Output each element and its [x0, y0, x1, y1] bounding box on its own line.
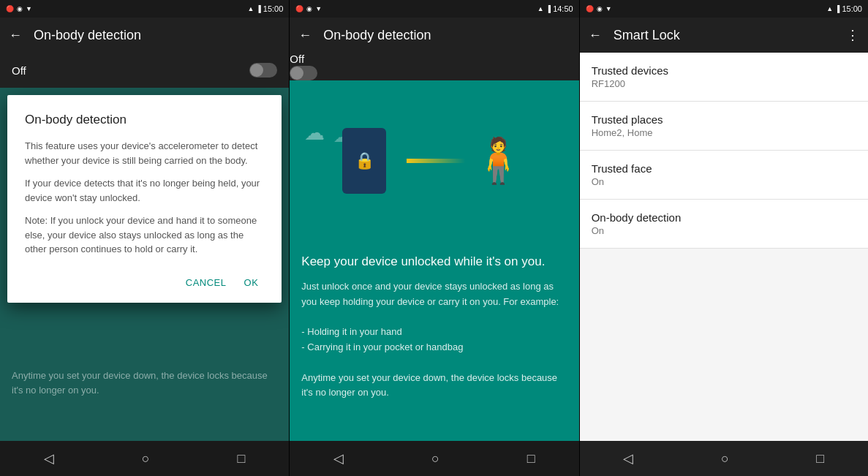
ok-button[interactable]: OK: [238, 271, 265, 294]
back-button-panel2[interactable]: ←: [298, 28, 312, 43]
off-toggle-row-panel1: Off: [0, 53, 289, 88]
toolbar-title-panel2: On-body detection: [323, 28, 570, 43]
alarm-icon-p3: ◉: [597, 5, 603, 12]
status-bar-right-panel2: ▲ ▐ 14:50: [537, 4, 573, 13]
wifi-icon-p2: ▼: [315, 5, 322, 12]
toggle-switch-panel1[interactable]: [249, 63, 277, 78]
home-nav-icon-panel2[interactable]: ○: [431, 451, 439, 466]
illus-phone: [342, 128, 386, 194]
content-area-panel2: ☁ ☁ 🧍 Keep your device unlocked while it…: [290, 80, 578, 441]
signal-icon: ▲: [247, 5, 254, 12]
back-nav-icon-panel1[interactable]: ◁: [44, 450, 54, 466]
status-bar-panel1: 🔴 ◉ ▼ ▲ ▐ 15:00: [0, 0, 289, 18]
dialog-paragraph-3: Note: If you unlock your device and hand…: [25, 214, 264, 257]
toolbar-title-panel3: Smart Lock: [614, 28, 834, 43]
list-item-sub-trusted-face: On: [592, 176, 856, 187]
status-bar-right-panel3: ▲ ▐ 15:00: [826, 4, 862, 13]
list-item-title-trusted-face: Trusted face: [592, 162, 856, 175]
back-button-panel3[interactable]: ←: [589, 28, 602, 43]
smart-lock-list: Trusted devices RF1200 Trusted places Ho…: [580, 53, 868, 441]
nav-bar-panel2: ◁ ○ □: [290, 441, 578, 476]
list-item-on-body-detection[interactable]: On-body detection On: [580, 200, 868, 249]
list-item-sub-trusted-places: Home2, Home: [592, 127, 856, 138]
illus-beam: [407, 159, 465, 163]
bluetooth-icon-p2: 🔴: [295, 5, 303, 12]
off-toggle-row-panel2: Off: [290, 53, 578, 80]
battery-icon-p3: ▐: [835, 5, 839, 12]
dialog-on-body-detection: On-body detection This feature uses your…: [7, 95, 282, 303]
nav-bar-panel1: ◁ ○ □: [0, 441, 289, 476]
nav-bar-panel3: ◁ ○ □: [580, 441, 868, 476]
status-time-panel1: 15:00: [263, 4, 284, 13]
cancel-button[interactable]: CANCEL: [180, 271, 233, 294]
back-nav-icon-panel3[interactable]: ◁: [623, 450, 633, 466]
list-item-sub-trusted-devices: RF1200: [592, 78, 856, 89]
info-area: Keep your device unlocked while it's on …: [290, 241, 578, 441]
battery-icon: ▐: [256, 5, 260, 12]
list-item-trusted-places[interactable]: Trusted places Home2, Home: [580, 102, 868, 151]
info-body: Just unlock once and your device stays u…: [301, 279, 567, 401]
info-heading: Keep your device unlocked while it's on …: [301, 253, 567, 271]
illustration-area: ☁ ☁ 🧍: [290, 80, 578, 241]
wifi-icon-p3: ▼: [605, 5, 612, 12]
signal-icon-p2: ▲: [537, 5, 544, 12]
status-bar-left-panel3: 🔴 ◉ ▼: [586, 5, 612, 12]
back-nav-icon-panel2[interactable]: ◁: [333, 450, 344, 466]
toggle-knob-panel1: [250, 64, 263, 77]
list-item-title-trusted-devices: Trusted devices: [592, 64, 856, 77]
status-bar-panel3: 🔴 ◉ ▼ ▲ ▐ 15:00: [580, 0, 868, 18]
signal-icon-p3: ▲: [826, 5, 833, 12]
wifi-icon: ▼: [26, 5, 32, 12]
bg-text-panel1: Anytime you set your device down, the de…: [12, 369, 277, 397]
dialog-paragraph-1: This feature uses your device's accelero…: [25, 139, 264, 167]
dialog-title: On-body detection: [25, 113, 264, 127]
recents-nav-icon-panel3[interactable]: □: [816, 451, 824, 466]
content-bg-panel1: Anytime you set your device down, the de…: [0, 88, 289, 441]
toggle-knob-panel2: [290, 67, 303, 80]
off-label-panel2: Off: [290, 53, 304, 65]
alarm-icon-p2: ◉: [306, 5, 312, 12]
recents-nav-icon-panel2[interactable]: □: [527, 451, 535, 466]
off-label-panel1: Off: [12, 64, 26, 77]
panel-on-body-detection-dialog: 🔴 ◉ ▼ ▲ ▐ 15:00 ← On-body detection Off …: [0, 0, 289, 476]
status-bar-left-panel1: 🔴 ◉ ▼: [6, 5, 32, 12]
status-time-panel3: 15:00: [842, 4, 862, 13]
status-bar-right-panel1: ▲ ▐ 15:00: [247, 4, 283, 13]
panel-smart-lock: 🔴 ◉ ▼ ▲ ▐ 15:00 ← Smart Lock ⋮ Trusted d…: [580, 0, 868, 476]
list-item-sub-on-body-detection: On: [592, 225, 856, 236]
home-nav-icon-panel3[interactable]: ○: [721, 451, 729, 466]
recents-nav-icon-panel1[interactable]: □: [238, 451, 246, 466]
toolbar-panel1: ← On-body detection: [0, 18, 289, 53]
cloud-icon: ☁: [304, 121, 325, 145]
status-bar-left-panel2: 🔴 ◉ ▼: [295, 5, 322, 12]
panel-on-body-detection-info: 🔴 ◉ ▼ ▲ ▐ 14:50 ← On-body detection Off …: [290, 0, 578, 476]
battery-icon-p2: ▐: [546, 5, 551, 12]
bluetooth-icon: 🔴: [6, 5, 14, 12]
more-button-panel3[interactable]: ⋮: [846, 27, 859, 43]
toolbar-title-panel1: On-body detection: [34, 28, 280, 43]
toolbar-panel3: ← Smart Lock ⋮: [580, 18, 868, 53]
status-bar-panel2: 🔴 ◉ ▼ ▲ ▐ 14:50: [290, 0, 578, 18]
toggle-switch-panel2[interactable]: [290, 66, 317, 80]
alarm-icon: ◉: [17, 5, 23, 12]
list-item-trusted-face[interactable]: Trusted face On: [580, 151, 868, 200]
dialog-actions: CANCEL OK: [25, 265, 264, 294]
back-button-panel1[interactable]: ←: [9, 28, 22, 43]
toolbar-panel2: ← On-body detection: [290, 18, 578, 53]
home-nav-icon-panel1[interactable]: ○: [142, 451, 150, 466]
list-item-trusted-devices[interactable]: Trusted devices RF1200: [580, 53, 868, 102]
bluetooth-icon-p3: 🔴: [586, 5, 594, 12]
list-item-title-on-body-detection: On-body detection: [592, 211, 856, 224]
status-time-panel2: 14:50: [553, 4, 573, 13]
dialog-paragraph-2: If your device detects that it's no long…: [25, 176, 264, 205]
list-item-title-trusted-places: Trusted places: [592, 113, 856, 126]
illus-person: 🧍: [471, 139, 526, 183]
